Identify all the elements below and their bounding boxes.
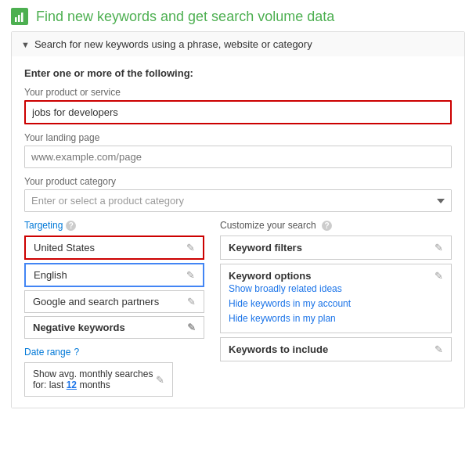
customize-help-icon[interactable]: ?: [322, 221, 332, 231]
customize-keyword-filters[interactable]: Keyword filters ✎: [220, 236, 452, 260]
targeting-label: Targeting ?: [24, 220, 204, 231]
keywords-to-include-title: Keywords to include: [229, 343, 435, 355]
page-header: Find new keywords and get search volume …: [0, 0, 476, 31]
keyword-filters-edit-icon[interactable]: ✎: [435, 242, 443, 253]
date-range-label: Date range ?: [24, 347, 204, 358]
product-input[interactable]: [24, 100, 452, 124]
targeting-column: Targeting ? United States ✎ English ✎: [24, 220, 204, 397]
targeting-item-network[interactable]: Google and search partners ✎: [24, 290, 204, 313]
main-content: ▼ Search for new keywords using a phrase…: [0, 31, 476, 432]
keyword-options-edit-icon[interactable]: ✎: [435, 270, 443, 282]
targeting-item-language[interactable]: English ✎: [24, 263, 204, 287]
collapsible-body: Enter one or more of the following: Your…: [12, 56, 464, 408]
keywords-to-include-edit-icon[interactable]: ✎: [435, 343, 443, 355]
landing-label: Your landing page: [24, 132, 452, 143]
keyword-filters-title: Keyword filters: [229, 242, 435, 253]
product-label: Your product or service: [24, 87, 452, 98]
targeting-network-text: Google and search partners: [33, 296, 159, 307]
targeting-help-icon[interactable]: ?: [66, 221, 76, 231]
keyword-options-title: Keyword options: [229, 270, 435, 282]
targeting-network-edit-icon[interactable]: ✎: [187, 296, 196, 307]
collapsible-toggle[interactable]: ▼ Search for new keywords using a phrase…: [12, 32, 464, 56]
targeting-language-edit-icon[interactable]: ✎: [186, 269, 195, 281]
date-range-edit-icon[interactable]: ✎: [156, 374, 164, 386]
targeting-country-text: United States: [34, 242, 95, 253]
targeting-item-country[interactable]: United States ✎: [24, 236, 204, 260]
negative-keywords-edit-icon[interactable]: ✎: [187, 322, 196, 333]
date-range-section: Date range ? Show avg. monthly searches …: [24, 347, 204, 397]
targeting-language-text: English: [34, 269, 67, 281]
collapsible-section: ▼ Search for new keywords using a phrase…: [11, 31, 465, 408]
svg-rect-2: [21, 13, 23, 22]
svg-rect-0: [15, 17, 17, 22]
customize-keyword-options[interactable]: Keyword options Show broadly related ide…: [220, 264, 452, 333]
customize-keywords-to-include[interactable]: Keywords to include ✎: [220, 337, 452, 361]
customize-column: Customize your search ? Keyword filters …: [220, 220, 452, 397]
date-range-suffix: months: [77, 379, 110, 390]
svg-rect-1: [18, 15, 20, 22]
date-range-text: Show avg. monthly searches for: last 12 …: [33, 369, 156, 390]
form-intro: Enter one or more of the following:: [24, 67, 452, 79]
date-range-box[interactable]: Show avg. monthly searches for: last 12 …: [24, 362, 173, 397]
page-title: Find new keywords and get search volume …: [36, 9, 334, 25]
keyword-options-sub2[interactable]: Hide keywords in my account: [229, 297, 435, 311]
category-select[interactable]: Enter or select a product category: [24, 189, 452, 212]
negative-keywords-text: Negative keywords: [33, 322, 125, 333]
keyword-options-sub1[interactable]: Show broadly related ideas: [229, 282, 435, 297]
date-range-months: 12: [67, 379, 77, 390]
customize-label: Customize your search ?: [220, 220, 452, 231]
collapse-arrow-icon: ▼: [21, 40, 30, 49]
landing-input[interactable]: [24, 146, 452, 168]
targeting-country-edit-icon[interactable]: ✎: [186, 242, 195, 253]
collapsible-label: Search for new keywords using a phrase, …: [34, 38, 312, 50]
two-column-section: Targeting ? United States ✎ English ✎: [24, 220, 452, 397]
negative-keywords-item[interactable]: Negative keywords ✎: [24, 316, 204, 339]
date-range-help-icon[interactable]: ?: [74, 347, 79, 358]
category-label: Your product category: [24, 176, 452, 187]
keyword-options-sub3[interactable]: Hide keywords in my plan: [229, 311, 435, 326]
app-icon: [11, 8, 28, 25]
